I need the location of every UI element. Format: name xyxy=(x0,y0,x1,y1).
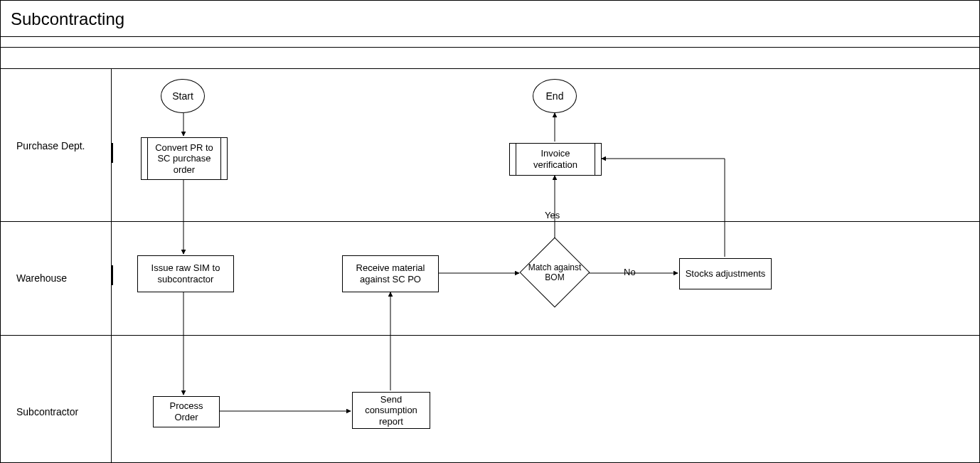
node-receive-material: Receive material against SC PO xyxy=(342,255,439,292)
node-receive-material-label: Receive material against SC PO xyxy=(343,262,438,284)
node-invoice-verification: Invoice verification xyxy=(509,143,602,176)
node-convert-pr: Convert PR to SC purchase order xyxy=(141,137,228,180)
edge-label-yes: Yes xyxy=(545,210,560,220)
lane-tick-warehouse xyxy=(111,265,113,285)
lane-tick-purchase xyxy=(111,143,113,163)
title-separator-line xyxy=(1,36,979,37)
diagram-title: Subcontracting xyxy=(11,9,124,29)
node-invoice-verification-label: Invoice verification xyxy=(510,148,601,170)
flow-arrows xyxy=(1,1,980,463)
node-send-consumption-report-label: Send consumption report xyxy=(353,394,430,427)
start-node: Start xyxy=(161,79,205,113)
lane-top-line xyxy=(1,68,979,69)
node-process-order-label: Process Order xyxy=(154,400,219,422)
start-label: Start xyxy=(172,90,193,102)
arrow-stocks-to-invoice xyxy=(602,159,725,257)
end-node: End xyxy=(533,79,577,113)
lane-mid1-line xyxy=(1,221,979,222)
lane-label-subcontractor: Subcontractor xyxy=(16,406,95,417)
edge-label-no: No xyxy=(624,267,636,277)
node-stocks-adjustments-label: Stocks adjustments xyxy=(681,268,770,280)
node-convert-pr-label: Convert PR to SC purchase order xyxy=(142,142,227,176)
node-match-bom: Match against BOM xyxy=(521,238,589,307)
node-send-consumption-report: Send consumption report xyxy=(352,392,430,429)
end-label: End xyxy=(546,90,564,102)
node-stocks-adjustments: Stocks adjustments xyxy=(679,258,772,289)
lane-label-purchase: Purchase Dept. xyxy=(16,140,95,151)
node-issue-raw-sim: Issue raw SIM to subcontractor xyxy=(137,255,234,292)
decision-diamond xyxy=(520,238,590,308)
node-process-order: Process Order xyxy=(153,396,220,427)
lane-mid2-line xyxy=(1,335,979,336)
swimlane-diagram: Subcontracting Purchase Dept. Warehouse … xyxy=(0,0,980,463)
node-issue-raw-sim-label: Issue raw SIM to subcontractor xyxy=(138,262,233,284)
lane-label-warehouse: Warehouse xyxy=(16,272,95,284)
sub-title-separator-line xyxy=(1,47,979,48)
